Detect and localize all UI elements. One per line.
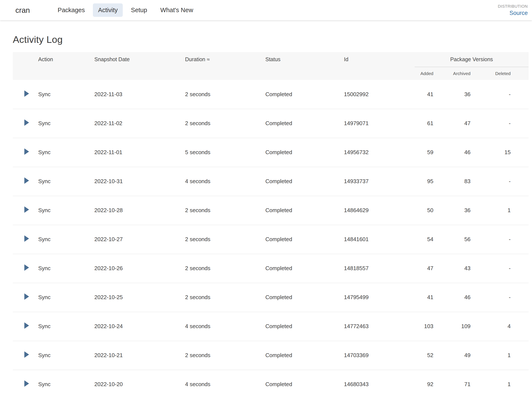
status-cell: Completed [261, 370, 340, 394]
status-cell: Completed [261, 109, 340, 138]
column-header-archived: Archived [440, 67, 478, 80]
column-header-action: Action [34, 52, 90, 67]
column-header-id: Id [340, 52, 415, 67]
expand-row-button[interactable] [24, 206, 29, 213]
archived-cell: 36 [440, 196, 478, 225]
action-cell: Sync [34, 167, 90, 196]
expand-cell [13, 109, 34, 138]
action-cell: Sync [34, 341, 90, 370]
distribution-label: DISTRIBUTION [498, 4, 528, 9]
duration-cell: 2 seconds [181, 196, 261, 225]
expand-row-button[interactable] [24, 380, 29, 387]
tab-packages[interactable]: Packages [53, 3, 90, 17]
expand-row-button[interactable] [24, 351, 29, 358]
deleted-cell: 1 [478, 196, 529, 225]
action-cell: Sync [34, 254, 90, 283]
triangle-right-icon [24, 119, 29, 126]
expand-cell [13, 80, 34, 109]
status-cell: Completed [261, 283, 340, 312]
status-cell: Completed [261, 254, 340, 283]
tab-activity[interactable]: Activity [93, 3, 123, 17]
added-cell: 47 [415, 254, 440, 283]
snapshot-date-cell: 2022-10-31 [90, 167, 181, 196]
expand-row-button[interactable] [24, 293, 29, 300]
deleted-cell: 1 [478, 370, 529, 394]
expand-row-button[interactable] [24, 148, 29, 155]
table-row: Sync 2022-10-28 2 seconds Completed 1486… [13, 196, 529, 225]
table-row: Sync 2022-11-01 5 seconds Completed 1495… [13, 138, 529, 167]
table-header: Action Snapshot Date Duration ≈ Status I… [13, 52, 529, 80]
action-cell: Sync [34, 225, 90, 254]
expand-row-button[interactable] [24, 90, 29, 97]
id-cell: 14795499 [340, 283, 415, 312]
duration-cell: 4 seconds [181, 312, 261, 341]
column-header-status: Status [261, 52, 340, 67]
action-cell: Sync [34, 283, 90, 312]
expand-cell [13, 225, 34, 254]
column-header-package-versions: Package Versions [415, 52, 529, 67]
tab-setup[interactable]: Setup [126, 3, 152, 17]
distribution-block: DISTRIBUTION Source [498, 4, 528, 16]
triangle-right-icon [24, 322, 29, 329]
id-cell: 14703369 [340, 341, 415, 370]
expand-row-button[interactable] [24, 235, 29, 242]
status-cell: Completed [261, 80, 340, 109]
expand-row-button[interactable] [24, 264, 29, 271]
deleted-cell: - [478, 109, 529, 138]
status-cell: Completed [261, 138, 340, 167]
duration-cell: 2 seconds [181, 254, 261, 283]
archived-cell: 56 [440, 225, 478, 254]
duration-cell: 2 seconds [181, 283, 261, 312]
archived-cell: 83 [440, 167, 478, 196]
table-row: Sync 2022-10-24 4 seconds Completed 1477… [13, 312, 529, 341]
added-cell: 54 [415, 225, 440, 254]
snapshot-date-cell: 2022-10-24 [90, 312, 181, 341]
snapshot-date-cell: 2022-10-20 [90, 370, 181, 394]
activity-log-table: Action Snapshot Date Duration ≈ Status I… [13, 52, 529, 394]
table-row: Sync 2022-10-27 2 seconds Completed 1484… [13, 225, 529, 254]
status-cell: Completed [261, 196, 340, 225]
deleted-cell: 1 [478, 341, 529, 370]
top-nav: cran PackagesActivitySetupWhat's New DIS… [0, 0, 532, 20]
table-row: Sync 2022-10-21 2 seconds Completed 1470… [13, 341, 529, 370]
id-cell: 14772463 [340, 312, 415, 341]
added-cell: 103 [415, 312, 440, 341]
deleted-cell: 15 [478, 138, 529, 167]
added-cell: 52 [415, 341, 440, 370]
snapshot-date-cell: 2022-10-27 [90, 225, 181, 254]
expand-cell [13, 138, 34, 167]
triangle-right-icon [24, 148, 29, 155]
duration-cell: 2 seconds [181, 109, 261, 138]
deleted-cell: 4 [478, 312, 529, 341]
status-cell: Completed [261, 225, 340, 254]
snapshot-date-cell: 2022-10-21 [90, 341, 181, 370]
column-header-duration: Duration ≈ [181, 52, 261, 67]
expand-cell [13, 341, 34, 370]
added-cell: 41 [415, 283, 440, 312]
added-cell: 50 [415, 196, 440, 225]
duration-cell: 2 seconds [181, 341, 261, 370]
expand-row-button[interactable] [24, 177, 29, 184]
expand-row-button[interactable] [24, 322, 29, 329]
status-cell: Completed [261, 341, 340, 370]
table-row: Sync 2022-10-26 2 seconds Completed 1481… [13, 254, 529, 283]
header-spacer [13, 67, 415, 80]
tab-what-s-new[interactable]: What's New [155, 3, 198, 17]
distribution-source-link[interactable]: Source [509, 10, 528, 16]
duration-cell: 2 seconds [181, 80, 261, 109]
activity-table-body: Sync 2022-11-03 2 seconds Completed 1500… [13, 80, 529, 394]
action-cell: Sync [34, 196, 90, 225]
brand-logo[interactable]: cran [15, 6, 30, 15]
expand-row-button[interactable] [24, 119, 29, 126]
deleted-cell: - [478, 80, 529, 109]
snapshot-date-cell: 2022-10-26 [90, 254, 181, 283]
table-row: Sync 2022-11-02 2 seconds Completed 1497… [13, 109, 529, 138]
page-title: Activity Log [13, 34, 529, 45]
column-header-added: Added [415, 67, 440, 80]
deleted-cell: - [478, 225, 529, 254]
added-cell: 95 [415, 167, 440, 196]
triangle-right-icon [24, 264, 29, 271]
duration-cell: 4 seconds [181, 167, 261, 196]
id-cell: 14841601 [340, 225, 415, 254]
triangle-right-icon [24, 351, 29, 358]
